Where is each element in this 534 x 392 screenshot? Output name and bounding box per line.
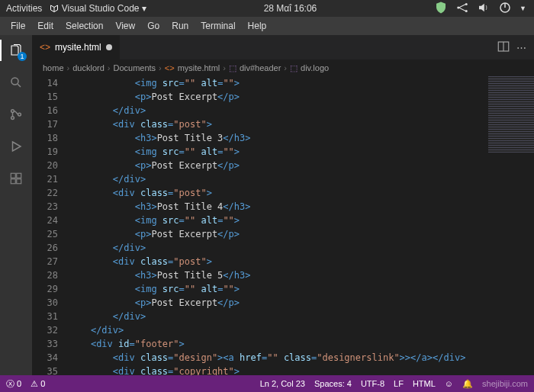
status-indentation[interactable]: Spaces: 4 [314,379,352,388]
tab-label: mysite.html [55,42,101,53]
svg-rect-8 [11,173,15,178]
breadcrumb[interactable]: home › ducklord › Documents › <> mysite.… [32,59,534,76]
line-gutter: 1415161718192021222324252627282930313233… [32,76,69,375]
breadcrumb-segment[interactable]: ducklord [72,63,105,72]
menu-bar: FileEditSelectionViewGoRunTerminalHelp [0,17,534,35]
shield-icon[interactable] [434,1,448,17]
watermark: shejibiji.com [482,379,528,388]
code-lines[interactable]: <img src="" alt=""> <p>Post Excerpt</p> … [69,76,534,375]
svg-rect-9 [17,173,21,178]
menu-edit[interactable]: Edit [31,18,60,34]
svg-point-6 [11,117,14,120]
svg-rect-10 [11,179,15,184]
symbol-icon: ⬚ [229,63,236,73]
extensions-icon[interactable] [7,169,25,188]
menu-view[interactable]: View [109,18,141,34]
html-file-icon: <> [165,63,175,72]
status-bar: ⓧ 0 ⚠ 0 Ln 2, Col 23 Spaces: 4 UTF-8 LF … [0,375,534,392]
dirty-indicator-icon [106,44,112,50]
status-bell-icon[interactable]: 🔔 [462,379,473,389]
breadcrumb-segment[interactable]: div.logo [301,63,329,72]
menu-run[interactable]: Run [166,18,195,34]
source-control-icon[interactable] [7,105,25,124]
breadcrumb-segment[interactable]: mysite.html [178,63,220,72]
status-language[interactable]: HTML [413,379,436,388]
minimap[interactable] [488,76,534,153]
chevron-down-icon[interactable]: ▼ [520,5,526,12]
status-cursor-position[interactable]: Ln 2, Col 23 [260,379,305,388]
svg-point-4 [11,78,18,85]
editor-area: <> mysite.html ⋯ home › ducklord › Docum… [32,35,534,375]
html-file-icon: <> [40,42,50,53]
status-encoding[interactable]: UTF-8 [361,379,384,388]
tab-bar: <> mysite.html ⋯ [32,35,534,59]
status-warnings[interactable]: ⚠ 0 [31,379,45,389]
breadcrumb-segment[interactable]: home [43,63,64,72]
search-icon[interactable] [7,73,25,92]
tab-mysite[interactable]: <> mysite.html [32,35,120,59]
split-editor-icon[interactable] [497,40,510,56]
breadcrumb-segment[interactable]: Documents [113,63,156,72]
svg-rect-11 [17,179,21,184]
breadcrumb-segment[interactable]: div#header [240,63,281,72]
symbol-icon: ⬚ [290,63,298,73]
menu-go[interactable]: Go [141,18,166,34]
menu-file[interactable]: File [5,18,31,34]
activity-bar: 1 [0,35,32,375]
menu-selection[interactable]: Selection [60,18,109,34]
desktop-topbar: Activities Visual Studio Code ▾ 28 Μαΐ 1… [0,0,534,17]
more-actions-icon[interactable]: ⋯ [516,42,526,53]
clock[interactable]: 28 Μαΐ 16:06 [146,3,434,14]
activities-button[interactable]: Activities [6,3,42,14]
run-debug-icon[interactable] [7,137,25,156]
svg-point-5 [11,110,14,113]
code-editor[interactable]: 1415161718192021222324252627282930313233… [32,76,534,375]
svg-point-7 [18,113,21,116]
status-errors[interactable]: ⓧ 0 [6,378,21,390]
power-icon[interactable] [498,1,512,17]
explorer-icon[interactable]: 1 [7,41,25,59]
app-menu[interactable]: Visual Studio Code ▾ [50,3,146,14]
menu-help[interactable]: Help [242,18,273,34]
explorer-badge: 1 [18,52,27,61]
menu-terminal[interactable]: Terminal [195,18,241,34]
status-eol[interactable]: LF [394,379,404,388]
network-icon[interactable] [455,1,469,17]
status-feedback-icon[interactable]: ☺ [445,379,453,388]
volume-icon[interactable] [477,1,491,17]
